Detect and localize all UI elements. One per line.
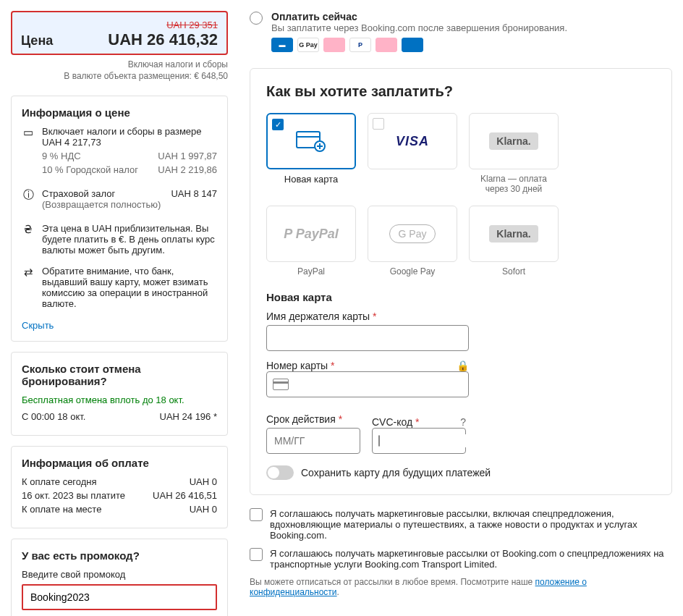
exchange-icon: ⇄ (22, 266, 35, 309)
old-price: UAH 29 351 (21, 20, 218, 30)
save-card-toggle[interactable] (266, 465, 294, 480)
vat-label: 9 % НДС (42, 151, 158, 161)
payment-info-box: Информация об оплате К оплате сегодня UA… (11, 446, 228, 528)
method-gpay-label: Google Pay (368, 266, 457, 277)
new-card-icon (295, 129, 327, 153)
method-visa[interactable]: VISA (368, 113, 457, 194)
promo-box: У вас есть промокод? Введите свой промок… (11, 539, 228, 616)
price-info-heading: Информация о цене (22, 106, 217, 119)
cardnumber-input[interactable] (294, 378, 462, 391)
card-mini-icon (273, 379, 289, 390)
privacy-fineprint: Вы можете отписаться от рассылки в любое… (250, 577, 672, 597)
cvc-label: CVC-код * (372, 416, 420, 428)
cardholder-label: Имя держателя карты * (266, 311, 656, 322)
consent-transport-text: Я соглашаюсь получать маркетинговые расс… (270, 548, 672, 570)
expiry-label: Срок действия * (266, 413, 360, 425)
method-paypal-label: PayPal (266, 266, 356, 277)
klarna-mini-icon-2 (376, 38, 397, 52)
cvc-input-wrap[interactable] (372, 428, 466, 454)
promo-sub: Введите свой промокод (22, 569, 217, 580)
tax-note: Включая налоги и сборы (11, 59, 228, 69)
bank-note: Обратите внимание, что банк, выдавший ва… (42, 266, 217, 309)
pay-onsite-value: UAH 0 (190, 504, 217, 515)
currency-icon: ₴ (22, 223, 35, 256)
other-mini-icon (402, 38, 423, 52)
card-icon: ▬ (271, 38, 293, 52)
paypal-logo: P PayPal (284, 227, 338, 242)
cancel-heading: Сколько стоит отмена бронирования? (22, 363, 217, 387)
price-info-box: Информация о цене ▭ Включает налоги и сб… (11, 96, 228, 342)
pay-now-radio[interactable] (250, 12, 263, 25)
deposit-value: UAH 8 147 (171, 188, 217, 210)
city-tax-value: UAH 2 219,86 (158, 164, 217, 175)
price-label: Цена (21, 33, 53, 48)
consent-marketing-text: Я соглашаюсь получать маркетинговые расс… (270, 508, 672, 541)
free-cancel-line: Бесплатная отмена вплоть до 18 окт. (22, 395, 217, 405)
vat-value: UAH 1 997,87 (158, 151, 217, 161)
save-card-label: Сохранить карту для будущих платежей (301, 467, 491, 478)
cvc-card-icon (378, 435, 380, 447)
gpay-logo: G Pay (389, 224, 436, 243)
payment-logos-row: ▬ G Pay P (271, 38, 567, 52)
pay-onsite-label: К оплате на месте (22, 504, 190, 515)
new-card-section-heading: Новая карта (266, 291, 656, 303)
promo-input[interactable] (22, 584, 217, 610)
method-klarna-30[interactable]: Klarna. Klarna — оплата через 30 дней (469, 113, 559, 194)
promo-heading: У вас есть промокод? (22, 549, 217, 562)
city-tax-label: 10 % Городской налог (42, 164, 158, 175)
cancel-from-label: С 00:00 18 окт. (22, 411, 160, 422)
checkbox-empty-icon (373, 118, 384, 130)
pay-today-value: UAH 0 (190, 476, 217, 487)
pay-now-desc: Вы заплатите через Booking.com после зав… (271, 22, 567, 33)
klarna-mini-icon (323, 38, 345, 52)
currency-note: В валюте объекта размещения: € 648,50 (11, 71, 228, 81)
cardnumber-input-wrap[interactable] (266, 371, 469, 397)
cancel-from-value: UAH 24 196 * (160, 411, 218, 422)
method-gpay[interactable]: G Pay Google Pay (368, 206, 457, 277)
method-new-card[interactable]: ✓ Новая карта (266, 113, 356, 194)
cardholder-input[interactable] (266, 325, 469, 351)
pay-later-value: UAH 26 416,51 (153, 490, 217, 501)
method-paypal[interactable]: P PayPal PayPal (266, 206, 356, 277)
paypal-mini-icon: P (349, 38, 371, 52)
pay-now-title: Оплатить сейчас (271, 11, 567, 22)
hide-link[interactable]: Скрыть (22, 320, 54, 331)
method-klarna-desc: Klarna — оплата через 30 дней (469, 174, 559, 194)
expiry-input[interactable] (266, 428, 360, 454)
deposit-label: Страховой залог (42, 188, 115, 199)
cash-icon: ▭ (22, 126, 35, 178)
includes-taxes-text: Включает налоги и сборы в размере UAH 4 … (42, 126, 217, 148)
klarna-logo: Klarna. (489, 132, 538, 150)
lock-icon: 🔒 (457, 360, 469, 371)
cardnumber-label: Номер карты * (266, 360, 335, 371)
how-to-pay-heading: Как вы хотите заплатить? (266, 83, 656, 100)
method-new-card-label: Новая карта (266, 174, 356, 185)
check-icon: ✓ (272, 119, 284, 130)
price-summary-box: UAH 29 351 Цена UAH 26 416,32 (11, 11, 228, 55)
pay-today-label: К оплате сегодня (22, 476, 190, 487)
payment-info-heading: Информация об оплате (22, 457, 217, 469)
gpay-mini-icon: G Pay (297, 38, 319, 52)
help-icon[interactable]: ? (460, 416, 466, 428)
consent-marketing-checkbox[interactable] (250, 508, 263, 521)
visa-logo: VISA (396, 134, 429, 149)
cancellation-box: Сколько стоит отмена бронирования? Беспл… (11, 352, 228, 436)
method-sofort[interactable]: Klarna. Sofort (469, 206, 559, 277)
deposit-sub: (Возвращается полностью) (42, 199, 161, 210)
current-price: UAH 26 416,32 (108, 30, 218, 49)
consent-transport-checkbox[interactable] (250, 548, 263, 561)
pay-later-label: 16 окт. 2023 вы платите (22, 490, 153, 501)
approx-note: Эта цена в UAH приблизительная. Вы будет… (42, 223, 217, 256)
info-icon: ⓘ (22, 188, 35, 213)
cvc-input[interactable] (386, 434, 515, 447)
sofort-klarna-logo: Klarna. (489, 225, 538, 242)
method-sofort-label: Sofort (469, 266, 559, 277)
